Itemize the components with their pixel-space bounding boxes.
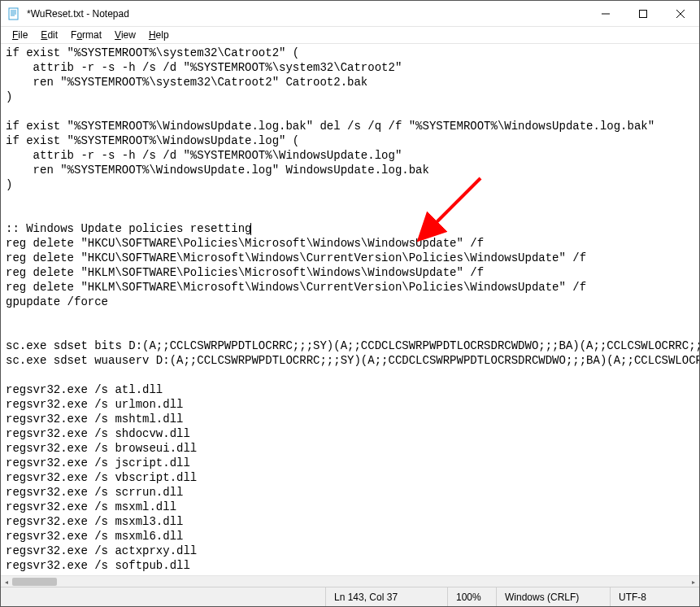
svg-rect-6	[640, 10, 647, 17]
statusbar: Ln 143, Col 37 100% Windows (CRLF) UTF-8	[1, 587, 699, 606]
status-position: Ln 143, Col 37	[325, 587, 447, 606]
status-encoding: UTF-8	[610, 587, 699, 606]
menu-format[interactable]: Format	[64, 28, 108, 41]
notepad-icon	[7, 7, 20, 20]
scrollbar-thumb[interactable]	[12, 578, 57, 586]
menu-file[interactable]: File	[6, 28, 34, 41]
scroll-right-icon[interactable]: ▸	[688, 576, 699, 587]
horizontal-scrollbar[interactable]: ◂ ▸	[1, 575, 699, 587]
status-line-ending: Windows (CRLF)	[496, 587, 610, 606]
window-title: *WuReset.txt - Notepad	[27, 8, 129, 20]
notepad-window: *WuReset.txt - Notepad File Edit Format …	[0, 0, 700, 607]
text-caret	[250, 223, 251, 235]
maximize-button[interactable]	[624, 1, 662, 27]
minimize-button[interactable]	[587, 1, 624, 27]
content-area: if exist "%SYSTEMROOT%\system32\Catroot2…	[1, 43, 699, 587]
menubar: File Edit Format View Help	[1, 27, 699, 43]
scroll-left-icon[interactable]: ◂	[1, 576, 12, 587]
close-button[interactable]	[662, 1, 699, 27]
menu-edit[interactable]: Edit	[34, 28, 64, 41]
status-zoom: 100%	[447, 587, 496, 606]
menu-view[interactable]: View	[108, 28, 142, 41]
status-spacer	[1, 587, 325, 606]
titlebar[interactable]: *WuReset.txt - Notepad	[1, 1, 699, 27]
menu-help[interactable]: Help	[142, 28, 176, 41]
text-editor[interactable]: if exist "%SYSTEMROOT%\system32\Catroot2…	[1, 44, 699, 575]
